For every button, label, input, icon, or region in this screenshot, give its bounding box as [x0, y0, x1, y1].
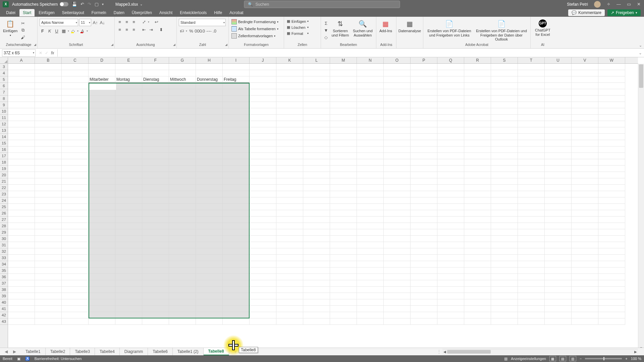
cell[interactable] [437, 83, 464, 89]
cell[interactable] [35, 248, 62, 255]
zoom-value[interactable]: 100 % [631, 357, 641, 361]
cell[interactable] [411, 102, 437, 108]
cell[interactable] [35, 83, 62, 89]
cell[interactable] [491, 191, 518, 197]
cell[interactable] [464, 223, 491, 229]
cell[interactable] [572, 191, 598, 197]
cell[interactable] [196, 115, 223, 121]
cell[interactable] [572, 210, 598, 217]
column-header[interactable]: W [598, 57, 625, 63]
cell[interactable] [169, 293, 196, 299]
cell[interactable] [142, 83, 169, 89]
cell[interactable] [8, 255, 35, 261]
cell[interactable] [384, 318, 411, 325]
cell[interactable] [223, 83, 250, 89]
row-header[interactable]: 16 [0, 146, 8, 153]
cell[interactable] [464, 312, 491, 318]
cell[interactable] [35, 197, 62, 204]
cell[interactable] [598, 89, 625, 96]
delete-cells-button[interactable]: ▦Löschen▾ [286, 25, 309, 30]
cell[interactable] [518, 153, 545, 159]
decrease-font-icon[interactable]: A↓ [99, 19, 105, 25]
camera-icon[interactable]: ▢ [95, 2, 99, 7]
cell[interactable] [545, 134, 572, 140]
cell[interactable] [276, 159, 303, 166]
cell[interactable] [142, 306, 169, 312]
row-header[interactable]: 14 [0, 134, 8, 140]
cell[interactable] [384, 312, 411, 318]
cell[interactable] [545, 217, 572, 223]
cell[interactable] [330, 83, 357, 89]
cell[interactable] [250, 223, 276, 229]
cell[interactable] [142, 242, 169, 248]
cell[interactable] [8, 191, 35, 197]
cell[interactable] [35, 96, 62, 102]
cell[interactable] [572, 153, 598, 159]
cell[interactable] [62, 287, 89, 293]
cell[interactable] [411, 312, 437, 318]
cell[interactable] [411, 242, 437, 248]
cell[interactable] [357, 108, 384, 115]
sheet-tab[interactable]: Tabelle1 (2) [173, 348, 204, 355]
cell[interactable] [357, 134, 384, 140]
cell[interactable] [115, 287, 142, 293]
menu-tab-datei[interactable]: Datei [3, 9, 19, 16]
cell[interactable] [330, 102, 357, 108]
cell[interactable] [411, 70, 437, 76]
cell[interactable] [8, 172, 35, 178]
cell[interactable] [491, 197, 518, 204]
row-header[interactable]: 36 [0, 274, 8, 280]
cell[interactable] [572, 64, 598, 70]
cell[interactable] [572, 102, 598, 108]
format-cells-button[interactable]: ▦Format▾ [286, 31, 309, 36]
cell[interactable] [115, 274, 142, 280]
cell[interactable] [518, 312, 545, 318]
cell[interactable] [62, 134, 89, 140]
column-header[interactable]: C [62, 57, 89, 63]
cell[interactable] [518, 166, 545, 172]
cell[interactable] [62, 261, 89, 267]
cell[interactable] [357, 236, 384, 242]
cell[interactable] [518, 178, 545, 185]
cell[interactable] [303, 299, 330, 306]
enter-formula-icon[interactable]: ✓ [45, 51, 48, 55]
cell[interactable] [35, 178, 62, 185]
cell[interactable] [384, 96, 411, 102]
cell[interactable] [545, 185, 572, 191]
cell[interactable] [598, 318, 625, 325]
cell[interactable] [169, 255, 196, 261]
cell[interactable] [384, 191, 411, 197]
cell[interactable] [196, 204, 223, 210]
cell[interactable] [62, 280, 89, 287]
column-header[interactable]: H [196, 57, 223, 63]
cell[interactable] [491, 261, 518, 267]
cell[interactable] [330, 134, 357, 140]
cell[interactable] [572, 89, 598, 96]
column-header[interactable]: N [357, 57, 384, 63]
cell[interactable] [330, 318, 357, 325]
collapse-ribbon-icon[interactable]: ⌄ [639, 43, 642, 48]
cell[interactable] [89, 178, 115, 185]
cell[interactable] [572, 159, 598, 166]
cell[interactable] [598, 96, 625, 102]
cell[interactable] [572, 318, 598, 325]
cell[interactable] [115, 267, 142, 274]
cell[interactable] [276, 318, 303, 325]
conditional-format-button[interactable]: Bedingte Formatierung▾ [231, 19, 279, 25]
cell[interactable] [330, 287, 357, 293]
column-header[interactable]: D [89, 57, 115, 63]
cell[interactable] [437, 287, 464, 293]
cell[interactable] [303, 274, 330, 280]
cell[interactable] [411, 223, 437, 229]
menu-tab-entwicklertools[interactable]: Entwicklertools [176, 9, 210, 16]
cell[interactable] [169, 217, 196, 223]
cell[interactable] [357, 197, 384, 204]
cell[interactable] [276, 185, 303, 191]
cell[interactable] [142, 261, 169, 267]
cell[interactable] [223, 172, 250, 178]
cell[interactable]: Mittwoch [169, 76, 196, 83]
cell[interactable] [276, 223, 303, 229]
cell[interactable] [303, 102, 330, 108]
cell[interactable] [357, 267, 384, 274]
cell[interactable] [35, 217, 62, 223]
